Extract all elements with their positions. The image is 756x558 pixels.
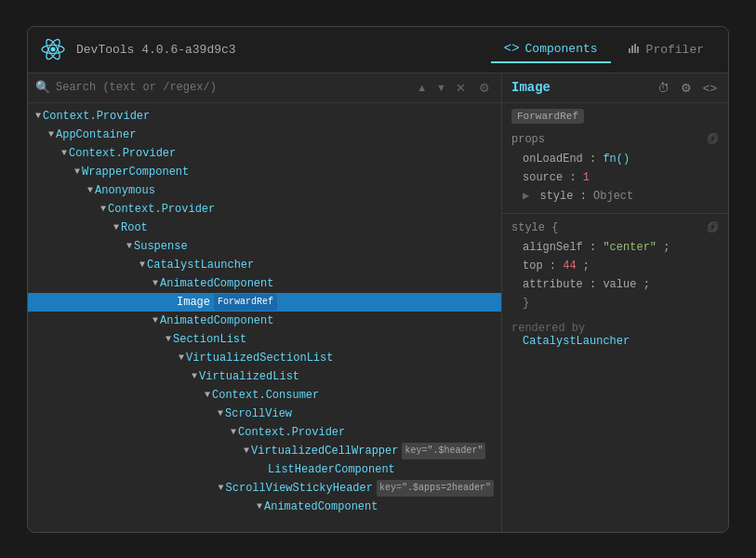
component-name: Context.Provider (69, 145, 176, 162)
devtools-window: DevTools 4.0.6-a39d9c3 <> Components Pro… (27, 26, 729, 533)
right-header: Image ⏱ ⚙ <> (502, 73, 728, 103)
search-input[interactable] (56, 81, 407, 94)
svg-rect-9 (710, 134, 717, 141)
tree-item[interactable]: ▼ SectionList (28, 330, 501, 349)
props-section: props onLoadEnd : fn() source : 1 ▶ (502, 129, 728, 209)
search-bar: 🔍 ▲ ▼ ✕ ⚙ (28, 73, 501, 103)
style-label: style { (511, 221, 558, 234)
tree-item[interactable]: ▼ VirtualizedList (28, 367, 501, 386)
tree-item[interactable]: ▼ Context.Provider (28, 144, 501, 163)
rendered-by-label: rendered by (511, 322, 585, 335)
app-title: DevTools 4.0.6-a39d9c3 (76, 43, 491, 57)
component-name: AnimatedComponent (160, 275, 273, 292)
right-panel: Image ⏱ ⚙ <> ForwardRef props (502, 73, 728, 532)
prop-style-expand-icon: ▶ (523, 190, 529, 203)
tree-item[interactable]: ▼ Context.Consumer (28, 386, 501, 405)
tree-item[interactable]: ▼ AnimatedComponent (28, 274, 501, 293)
props-copy-button[interactable] (708, 133, 719, 146)
style-header: style { (511, 221, 719, 234)
props-header: props (511, 133, 719, 146)
style-section: style { alignSelf : "center" ; top : 44 … (502, 218, 728, 316)
key-badge: key=".$header" (402, 443, 485, 459)
component-name: Image (177, 294, 210, 311)
svg-rect-4 (629, 48, 630, 53)
selected-component-title: Image (511, 80, 648, 95)
tree-arrow-icon: ▼ (35, 108, 41, 125)
tree-item[interactable]: ▼ Anonymous (28, 181, 501, 200)
component-name: AnimatedComponent (160, 312, 273, 329)
tree-item[interactable]: ▼ VirtualizedSectionList (28, 349, 501, 367)
tree-arrow-icon: ▼ (100, 201, 106, 218)
tree-arrow-icon: ▼ (219, 480, 224, 497)
style-top: top : 44 ; (511, 257, 719, 275)
component-name: Context.Provider (43, 108, 150, 125)
svg-rect-5 (631, 46, 633, 53)
main-content: 🔍 ▲ ▼ ✕ ⚙ ▼ Context.Provider▼ AppContain… (28, 73, 728, 532)
svg-rect-8 (709, 136, 715, 143)
section-divider (502, 213, 728, 214)
tree-item[interactable]: ▼ CatalystLauncher (28, 256, 501, 274)
left-panel: 🔍 ▲ ▼ ✕ ⚙ ▼ Context.Provider▼ AppContain… (28, 73, 502, 532)
tree-arrow-icon: ▼ (179, 350, 184, 366)
component-name: Context.Provider (108, 201, 215, 218)
tree-item[interactable]: ▼ AnimatedComponent (28, 498, 501, 516)
forwardref-badge: ForwardRef (214, 294, 277, 311)
tree-item[interactable]: ▼ Context.Provider (28, 107, 501, 126)
tree-arrow-icon: ▼ (126, 238, 132, 255)
tab-components[interactable]: <> Components (491, 35, 611, 63)
component-name: WrapperComponent (82, 164, 189, 180)
search-settings-button[interactable]: ⚙ (475, 79, 494, 97)
search-prev-button[interactable]: ▲ (413, 80, 431, 95)
tree-arrow-icon: ▼ (231, 424, 236, 441)
right-icons: ⏱ ⚙ <> (656, 79, 719, 97)
rendered-by-value[interactable]: CatalystLauncher (511, 335, 719, 348)
component-name: Anonymous (95, 182, 155, 199)
component-name: VirtualizedList (199, 368, 299, 385)
inspect-icon-button[interactable]: ⏱ (656, 79, 671, 97)
tree-item[interactable]: ▼ WrapperComponent (28, 163, 501, 181)
components-icon: <> (504, 41, 520, 56)
tree-item[interactable]: ▼ ScrollViewStickyHeaderkey=".$apps=2hea… (28, 479, 501, 498)
tree-item[interactable]: ▼ AnimatedComponent (28, 312, 501, 330)
tree-item[interactable]: ▼ VirtualizedCellWrapperkey=".$header" (28, 442, 501, 460)
tree-item[interactable]: ▼ Context.Provider (28, 200, 501, 219)
tree-arrow-icon: ▼ (113, 219, 119, 236)
tree-item[interactable]: ▼ Context.Provider (28, 423, 501, 442)
settings-icon-button[interactable]: ⚙ (679, 79, 694, 97)
style-attribute: attribute : value ; (511, 275, 719, 294)
component-name: Context.Consumer (212, 387, 319, 404)
tree-item[interactable]: ImageForwardRef (28, 293, 501, 312)
search-icon: 🔍 (35, 80, 50, 95)
component-name: SectionList (173, 331, 246, 348)
tree-arrow-icon: ▼ (61, 145, 67, 162)
tab-profiler[interactable]: Profiler (615, 35, 717, 63)
react-logo-icon (39, 35, 67, 63)
component-name: VirtualizedCellWrapper (251, 443, 398, 459)
header: DevTools 4.0.6-a39d9c3 <> Components Pro… (28, 27, 728, 73)
tree-arrow-icon: ▼ (218, 405, 223, 422)
style-copy-button[interactable] (708, 221, 719, 234)
search-clear-button[interactable]: ✕ (452, 79, 470, 97)
component-name: Context.Provider (238, 424, 345, 441)
tree-item[interactable]: ListHeaderComponent (28, 460, 501, 479)
tree-arrow-icon: ▼ (48, 126, 54, 143)
tree-item[interactable]: ▼ AppContainer (28, 126, 501, 144)
tree-arrow-icon: ▼ (257, 498, 262, 515)
prop-style[interactable]: ▶ style : Object (511, 187, 719, 206)
component-name: VirtualizedSectionList (186, 350, 333, 366)
code-icon-button[interactable]: <> (701, 79, 719, 97)
svg-rect-10 (709, 224, 715, 232)
tree-item[interactable]: ▼ ScrollView (28, 405, 501, 423)
tab-components-label: Components (525, 42, 598, 56)
forwardref-badge: ForwardRef (511, 109, 584, 124)
tree-arrow-icon: ▼ (244, 443, 249, 459)
tree-item[interactable]: ▼ Suspense (28, 237, 501, 256)
tree-arrow-icon: ▼ (87, 182, 93, 199)
tree-item[interactable]: ▼ Root (28, 219, 501, 237)
tree-arrow-icon: ▼ (74, 164, 80, 180)
svg-rect-7 (637, 46, 639, 53)
key-badge: key=".$apps=2header" (377, 480, 494, 497)
tab-profiler-label: Profiler (646, 43, 704, 57)
search-next-button[interactable]: ▼ (432, 80, 450, 95)
tree-arrow-icon: ▼ (166, 331, 171, 348)
